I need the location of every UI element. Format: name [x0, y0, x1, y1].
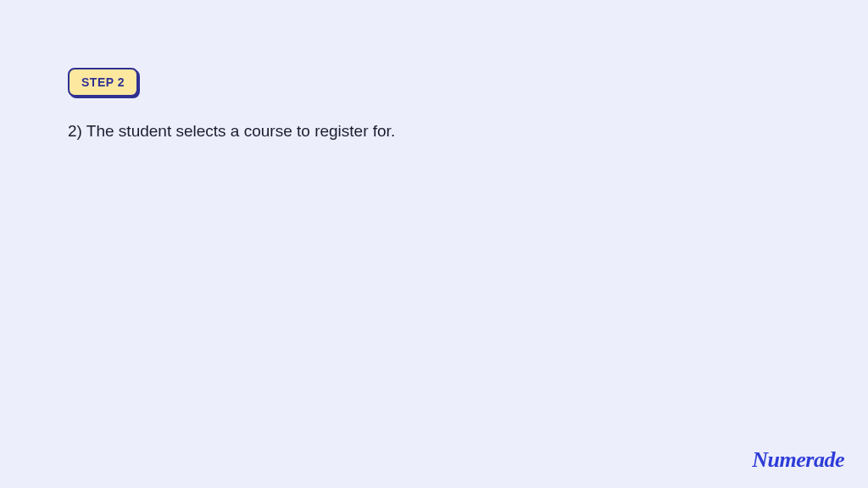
brand-logo: Numerade: [752, 447, 844, 473]
step-description: 2) The student selects a course to regis…: [68, 120, 800, 143]
content-area: STEP 2 2) The student selects a course t…: [0, 0, 868, 143]
step-badge-label: STEP 2: [81, 75, 125, 89]
step-badge: STEP 2: [68, 68, 138, 97]
